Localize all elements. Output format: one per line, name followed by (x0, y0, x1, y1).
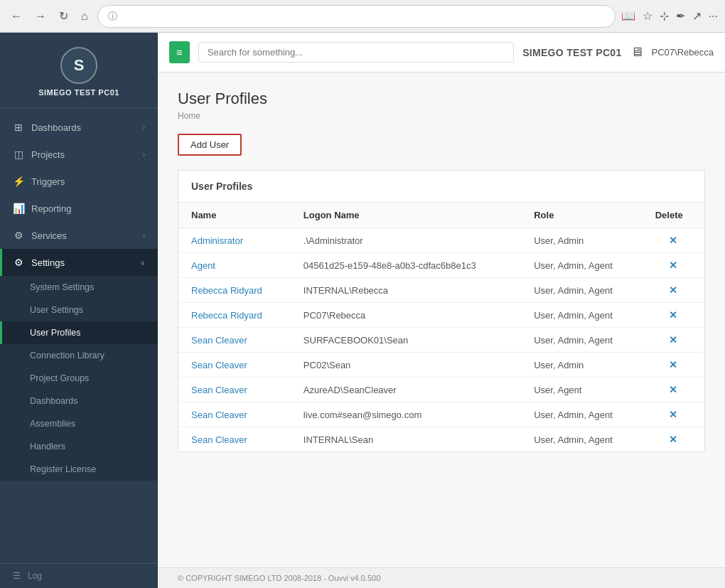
delete-button[interactable]: ✕ (669, 359, 677, 370)
sidebar-item-reporting[interactable]: 📊 Reporting (0, 195, 158, 222)
cell-name[interactable]: Sean Cleaver (178, 402, 291, 427)
sidebar-item-label: Reporting (31, 203, 71, 214)
sidebar-item-register-license[interactable]: Register License (0, 458, 158, 481)
browser-chrome: ← → ↻ ⌂ ⓘ 📖 ☆ ⊹ ✒ ↗ ··· (0, 0, 725, 33)
cell-name[interactable]: Sean Cleaver (178, 353, 291, 378)
sidebar-item-user-settings[interactable]: User Settings (0, 299, 158, 321)
cell-delete[interactable]: ✕ (643, 353, 704, 378)
chevron-icon: › (143, 151, 145, 159)
table-row: Sean Cleaver SURFACEBOOK01\Sean User, Ad… (178, 328, 704, 353)
cell-role: User, Admin, Agent (521, 402, 642, 427)
browser-actions: 📖 ☆ ⊹ ✒ ↗ ··· (621, 9, 718, 23)
cell-role: User, Agent (521, 378, 642, 402)
monitor-icon: 🖥 (630, 45, 643, 60)
annotate-button[interactable]: ✒ (676, 9, 685, 23)
log-icon: ☰ (13, 571, 21, 581)
sidebar-item-connection-library[interactable]: Connection Library (0, 344, 158, 367)
cell-delete[interactable]: ✕ (643, 303, 704, 328)
breadcrumb[interactable]: Home (178, 111, 705, 121)
sidebar-item-handlers[interactable]: Handlers (0, 435, 158, 458)
table-row: Agent 04561d25-e159-48e8-a0b3-cdfac6b8e1… (178, 253, 704, 278)
cell-logon: 04561d25-e159-48e8-a0b3-cdfac6b8e1c3 (291, 253, 521, 278)
share-button[interactable]: ↗ (692, 9, 702, 23)
back-button[interactable]: ← (7, 9, 26, 24)
sidebar-item-services[interactable]: ⚙ Services › (0, 222, 158, 249)
cell-logon: AzureAD\SeanCleaver (291, 378, 521, 402)
sidebar-logo: S SIMEGO TEST PC01 (0, 33, 158, 108)
cell-name[interactable]: Rebecca Ridyard (178, 278, 291, 303)
sidebar-item-triggers[interactable]: ⚡ Triggers (0, 168, 158, 195)
cell-delete[interactable]: ✕ (643, 228, 704, 253)
sidebar-item-dashboards-sub[interactable]: Dashboards (0, 390, 158, 412)
delete-button[interactable]: ✕ (669, 384, 677, 395)
favorites-button[interactable]: ⊹ (660, 9, 669, 23)
triggers-icon: ⚡ (13, 176, 24, 187)
delete-button[interactable]: ✕ (669, 409, 677, 420)
logo-symbol: S (74, 56, 85, 75)
settings-icon: ⚙ (13, 257, 24, 268)
sidebar-item-label: Settings (31, 257, 65, 268)
sidebar-item-label: Triggers (31, 176, 65, 187)
more-button[interactable]: ··· (709, 10, 718, 23)
table-row: Rebecca Ridyard PC07\Rebecca User, Admin… (178, 303, 704, 328)
url-bar[interactable]: ⓘ (97, 5, 616, 28)
sidebar-item-projects[interactable]: ◫ Projects › (0, 141, 158, 168)
cell-name[interactable]: Sean Cleaver (178, 328, 291, 353)
delete-button[interactable]: ✕ (669, 260, 677, 271)
breadcrumb-home[interactable]: Home (178, 111, 200, 121)
cell-name[interactable]: Sean Cleaver (178, 378, 291, 402)
top-bar: ≡ SIMEGO TEST PC01 🖥 PC07\Rebecca (158, 33, 725, 73)
cell-role: User, Admin, Agent (521, 253, 642, 278)
home-button[interactable]: ⌂ (77, 9, 92, 24)
table-row: Sean Cleaver live.com#sean@simego.com Us… (178, 402, 704, 427)
menu-toggle-button[interactable]: ≡ (169, 41, 190, 63)
cell-delete[interactable]: ✕ (643, 402, 704, 427)
refresh-button[interactable]: ↻ (55, 8, 72, 24)
sidebar-navigation: ⊞ Dashboards › ◫ Projects › ⚡ Triggers (0, 108, 158, 563)
delete-button[interactable]: ✕ (669, 434, 677, 445)
cell-name[interactable]: Rebecca Ridyard (178, 303, 291, 328)
table-row: Sean Cleaver AzureAD\SeanCleaver User, A… (178, 378, 704, 402)
cell-delete[interactable]: ✕ (643, 278, 704, 303)
sidebar-item-system-settings[interactable]: System Settings (0, 276, 158, 299)
cell-name[interactable]: Adminisrator (178, 228, 291, 253)
delete-button[interactable]: ✕ (669, 284, 677, 296)
cell-name[interactable]: Agent (178, 253, 291, 278)
delete-button[interactable]: ✕ (669, 235, 677, 246)
sidebar-item-project-groups[interactable]: Project Groups (0, 367, 158, 390)
delete-button[interactable]: ✕ (669, 309, 677, 321)
page-content: User Profiles Home Add User User Profile… (158, 73, 725, 567)
user-label: PC07\Rebecca (652, 47, 714, 58)
app-title: SIMEGO TEST PC01 (522, 47, 621, 58)
delete-button[interactable]: ✕ (669, 334, 677, 346)
cell-logon: INTERNAL\Rebecca (291, 278, 521, 303)
sidebar-item-label: Projects (31, 149, 65, 160)
app-layout: S SIMEGO TEST PC01 ⊞ Dashboards › ◫ Proj… (0, 33, 725, 588)
cell-name[interactable]: Sean Cleaver (178, 427, 291, 452)
dashboards-icon: ⊞ (13, 122, 24, 133)
table-row: Sean Cleaver INTERNAL\Sean User, Admin, … (178, 427, 704, 452)
sidebar-item-user-profiles[interactable]: User Profiles (0, 321, 158, 344)
page-title: User Profiles (178, 90, 705, 108)
services-icon: ⚙ (13, 230, 24, 241)
cell-delete[interactable]: ✕ (643, 328, 704, 353)
sidebar-item-dashboards[interactable]: ⊞ Dashboards › (0, 114, 158, 141)
forward-button[interactable]: → (31, 9, 50, 24)
cell-delete[interactable]: ✕ (643, 378, 704, 402)
cell-delete[interactable]: ✕ (643, 253, 704, 278)
cell-logon: PC07\Rebecca (291, 303, 521, 328)
projects-icon: ◫ (13, 149, 24, 160)
col-role: Role (521, 203, 642, 228)
reader-view-button[interactable]: 📖 (621, 9, 635, 23)
top-bar-actions: 🖥 PC07\Rebecca (630, 45, 714, 60)
cell-logon: .\Administrator (291, 228, 521, 253)
panel-title: User Profiles (178, 171, 704, 203)
sidebar-item-settings[interactable]: ⚙ Settings ∨ (0, 249, 158, 276)
cell-logon: SURFACEBOOK01\Sean (291, 328, 521, 353)
bookmark-button[interactable]: ☆ (643, 9, 652, 23)
sidebar-item-assemblies[interactable]: Assemblies (0, 412, 158, 435)
search-input[interactable] (198, 42, 514, 63)
sidebar-footer-log[interactable]: ☰ Log (0, 563, 158, 588)
cell-delete[interactable]: ✕ (643, 427, 704, 452)
add-user-button[interactable]: Add User (178, 134, 242, 156)
